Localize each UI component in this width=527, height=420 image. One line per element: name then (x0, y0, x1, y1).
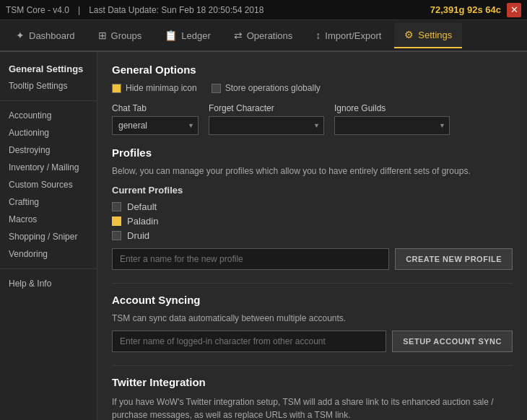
app-name: TSM Core - v4.0 (6, 5, 69, 15)
tab-operations-label: Operations (247, 30, 293, 41)
profile-paladin-label: Paladin (127, 216, 158, 227)
ignore-guilds-select-wrapper (334, 116, 450, 135)
chat-tab-group: Chat Tab general trade default (112, 103, 199, 135)
sidebar-item-custom-sources[interactable]: Custom Sources (0, 176, 97, 193)
sidebar-item-auctioning[interactable]: Auctioning (0, 124, 97, 141)
profile-paladin: Paladin (112, 216, 513, 227)
tab-groups[interactable]: ⊞ Groups (88, 22, 152, 48)
dropdowns-row: Chat Tab general trade default Forget Ch… (112, 103, 513, 135)
gold-display: 72,391g 92s 64c (430, 4, 501, 15)
sidebar-section-title: General Settings (0, 59, 97, 77)
tab-settings[interactable]: ⚙ Settings (394, 22, 462, 48)
tab-import-export-label: Import/Export (325, 30, 381, 41)
twitter-desc: If you have WoW's Twitter integration se… (112, 395, 513, 420)
sidebar-divider-1 (0, 100, 97, 101)
chat-tab-select-wrapper: general trade default (112, 116, 199, 135)
tab-import-export[interactable]: ↕ Import/Export (305, 22, 391, 48)
sidebar-divider-2 (0, 268, 97, 269)
forget-character-select-wrapper (209, 116, 324, 135)
dashboard-icon: ✦ (16, 30, 25, 41)
content-area: General Options Hide minimap icon Store … (97, 52, 527, 420)
tab-ledger-label: Ledger (181, 30, 210, 41)
store-operations-checkbox[interactable] (212, 84, 221, 93)
close-button[interactable]: ✕ (507, 3, 521, 17)
tab-operations[interactable]: ⇄ Operations (224, 22, 303, 48)
sidebar-item-crafting[interactable]: Crafting (0, 193, 97, 211)
profiles-title: Profiles (112, 146, 513, 159)
ignore-guilds-label: Ignore Guilds (334, 103, 450, 113)
sidebar-item-accounting[interactable]: Accounting (0, 107, 97, 124)
chat-tab-select[interactable]: general trade default (112, 116, 199, 135)
account-syncing-desc: TSM can sync data automatically between … (112, 313, 513, 323)
account-syncing-title: Account Syncing (112, 294, 513, 306)
profile-druid-checkbox[interactable] (112, 231, 121, 240)
new-profile-input[interactable] (112, 248, 389, 270)
twitter-title: Twitter Integration (112, 376, 513, 388)
store-operations-text: Store operations globally (225, 83, 321, 93)
operations-icon: ⇄ (234, 30, 243, 41)
setup-account-sync-button[interactable]: SETUP ACCOUNT SYNC (392, 331, 513, 352)
settings-icon: ⚙ (404, 29, 414, 40)
separator: | (78, 5, 80, 15)
sidebar-item-inventory-mailing[interactable]: Inventory / Mailing (0, 159, 97, 176)
title-bar-left: TSM Core - v4.0 | Last Data Update: Sun … (6, 5, 264, 15)
account-sync-row: SETUP ACCOUNT SYNC (112, 331, 513, 352)
sidebar-item-shopping-sniper[interactable]: Shopping / Sniper (0, 228, 97, 245)
sidebar-item-destroying[interactable]: Destroying (0, 141, 97, 159)
import-export-icon: ↕ (315, 30, 321, 41)
tab-ledger[interactable]: 📋 Ledger (154, 22, 220, 48)
last-update: Last Data Update: Sun Feb 18 20:50:54 20… (89, 5, 264, 15)
new-profile-row: CREATE NEW PROFILE (112, 248, 513, 270)
profiles-description: Below, you can manage your profiles whic… (112, 166, 513, 176)
profile-default: Default (112, 201, 513, 212)
title-bar: TSM Core - v4.0 | Last Data Update: Sun … (0, 0, 527, 20)
sidebar-item-help[interactable]: Help & Info (0, 275, 97, 292)
forget-character-select[interactable] (209, 116, 324, 135)
tab-dashboard-label: Dashboard (29, 30, 75, 41)
tab-settings-label: Settings (418, 30, 452, 40)
profile-paladin-checkbox[interactable] (112, 216, 121, 226)
current-profiles-title: Current Profiles (112, 185, 513, 196)
profile-default-label: Default (127, 201, 157, 212)
profile-default-checkbox[interactable] (112, 202, 121, 211)
sidebar-item-macros[interactable]: Macros (0, 211, 97, 228)
section-divider-2 (112, 365, 513, 366)
ignore-guilds-select[interactable] (334, 116, 450, 135)
main-layout: General Settings Tooltip Settings Accoun… (0, 52, 527, 420)
tab-dashboard[interactable]: ✦ Dashboard (6, 22, 85, 48)
nav-tabs: ✦ Dashboard ⊞ Groups 📋 Ledger ⇄ Operatio… (0, 20, 527, 52)
ignore-guilds-group: Ignore Guilds (334, 103, 450, 135)
hide-minimap-checkbox[interactable] (112, 84, 121, 93)
section-divider-1 (112, 283, 513, 284)
hide-minimap-label[interactable]: Hide minimap icon (112, 83, 197, 93)
tab-groups-label: Groups (111, 30, 142, 41)
title-bar-right: 72,391g 92s 64c ✕ (430, 3, 521, 17)
sidebar: General Settings Tooltip Settings Accoun… (0, 52, 97, 420)
sidebar-item-vendoring[interactable]: Vendoring (0, 245, 97, 263)
profile-druid: Druid (112, 230, 513, 241)
hide-minimap-text: Hide minimap icon (126, 83, 197, 93)
forget-character-label: Forget Character (209, 103, 324, 113)
options-row: Hide minimap icon Store operations globa… (112, 83, 513, 93)
store-operations-label[interactable]: Store operations globally (212, 83, 321, 93)
profile-druid-label: Druid (127, 230, 149, 241)
create-profile-button[interactable]: CREATE NEW PROFILE (395, 248, 513, 270)
account-sync-input[interactable] (112, 331, 386, 352)
groups-icon: ⊞ (98, 30, 107, 41)
ledger-icon: 📋 (165, 30, 177, 41)
chat-tab-label: Chat Tab (112, 103, 199, 113)
sidebar-item-tooltip[interactable]: Tooltip Settings (0, 77, 97, 95)
content-title: General Options (112, 64, 513, 76)
forget-character-group: Forget Character (209, 103, 324, 135)
